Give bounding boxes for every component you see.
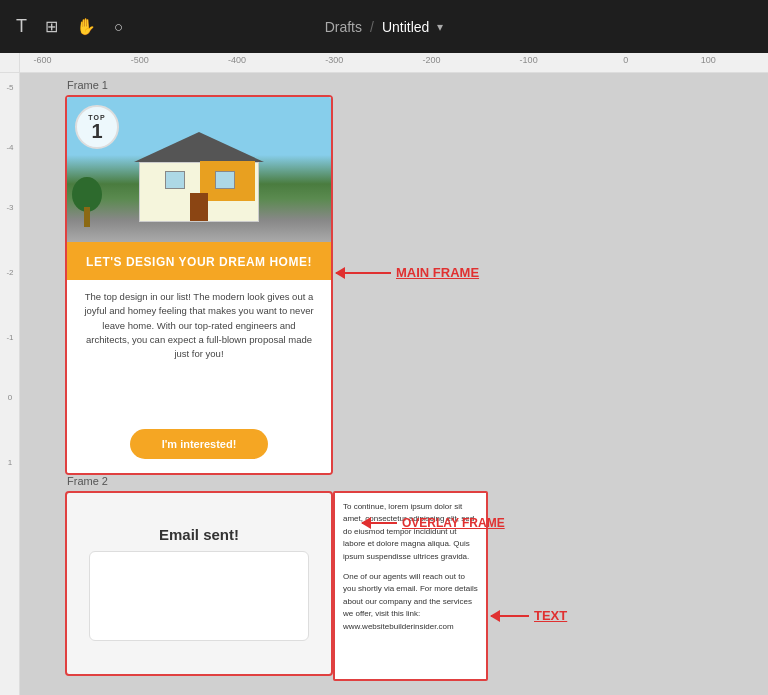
tree-left	[72, 177, 102, 227]
canvas-wrapper: -5 -4 -3 -2 -1 0 1 Frame 1	[0, 73, 768, 695]
overlay-frame-arrowhead	[361, 517, 371, 529]
horizontal-ruler: -600 -500 -400 -300 -200 -100 0 100	[0, 53, 768, 73]
top1-badge: TOP 1	[75, 105, 119, 149]
vruler-mark: -3	[1, 203, 19, 212]
ruler-mark: 100	[701, 55, 716, 65]
comment-tool-icon[interactable]: ○	[114, 18, 123, 35]
email-content-box	[89, 551, 309, 641]
frame2-label: Frame 2	[67, 475, 108, 487]
frame2: Frame 2 Email sent!	[65, 491, 333, 676]
main-frame-label: MAIN FRAME	[396, 265, 479, 280]
text-arrowhead	[490, 610, 500, 622]
frame2-inner: Email sent!	[67, 493, 331, 674]
interested-button[interactable]: I'm interested!	[130, 429, 269, 459]
ruler-corner	[0, 53, 20, 73]
vruler-mark: -1	[1, 333, 19, 342]
hand-tool-icon[interactable]: ✋	[76, 17, 96, 36]
house-window	[215, 171, 235, 189]
breadcrumb-separator: /	[370, 19, 374, 35]
yellow-banner-text: LET'S DESIGN YOUR DREAM HOME!	[86, 255, 312, 269]
yellow-banner: LET'S DESIGN YOUR DREAM HOME!	[67, 242, 331, 280]
ruler-horizontal: -600 -500 -400 -300 -200 -100 0 100	[20, 53, 768, 72]
house-main	[139, 162, 259, 222]
vruler-mark: 1	[1, 458, 19, 467]
vruler-mark: -5	[1, 83, 19, 92]
overlay-para2: One of our agents will reach out to you …	[343, 571, 478, 633]
canvas: Frame 1	[20, 73, 768, 695]
main-frame-arrow-line	[336, 272, 391, 274]
overlay-frame-label: OVERLAY FRAME	[402, 516, 505, 530]
text-arrow-line	[491, 615, 529, 617]
ruler-mark: 0	[623, 55, 628, 65]
ruler-mark: -600	[33, 55, 51, 65]
text-annotation-label: TEXT	[534, 608, 567, 623]
ruler-mark: -300	[325, 55, 343, 65]
badge-number: 1	[91, 121, 102, 141]
house-window2	[165, 171, 185, 189]
annotation-overlay-frame: OVERLAY FRAME	[362, 516, 505, 530]
ruler-mark: -500	[131, 55, 149, 65]
ruler-mark: -400	[228, 55, 246, 65]
main-frame-arrowhead	[335, 267, 345, 279]
overlay-frame-arrow-line	[362, 522, 397, 524]
frame1: Frame 1	[65, 95, 333, 475]
component-tool-icon[interactable]: ⊞	[45, 17, 58, 36]
title-chevron-icon[interactable]: ▾	[437, 20, 443, 34]
breadcrumb: Drafts / Untitled ▾	[325, 19, 444, 35]
text-tool-icon[interactable]: T	[16, 16, 27, 37]
house-roof	[134, 132, 264, 162]
vertical-ruler: -5 -4 -3 -2 -1 0 1	[0, 73, 20, 695]
drafts-label[interactable]: Drafts	[325, 19, 362, 35]
toolbar-icons: T ⊞ ✋ ○	[16, 16, 123, 37]
ruler-mark: -100	[520, 55, 538, 65]
frame1-inner: TOP 1 LET'S DESIGN YOUR DREAM HOME! The …	[67, 97, 331, 473]
page-title: Untitled	[382, 19, 429, 35]
overlay-para1: To continue, lorem ipsum dolor sit amet,…	[343, 501, 478, 563]
annotation-main-frame: MAIN FRAME	[336, 265, 479, 280]
vruler-mark: -2	[1, 268, 19, 277]
frame1-description: The top design in our list! The modern l…	[67, 280, 331, 421]
ruler-mark: -200	[422, 55, 440, 65]
tree-trunk	[84, 207, 90, 227]
house-image: TOP 1	[67, 97, 331, 242]
annotation-text: TEXT	[491, 608, 567, 623]
vruler-mark: -4	[1, 143, 19, 152]
frame1-button-area: I'm interested!	[67, 421, 331, 473]
house-door	[190, 193, 208, 221]
email-sent-text: Email sent!	[159, 526, 239, 543]
vruler-mark: 0	[1, 393, 19, 402]
frame1-label: Frame 1	[67, 79, 108, 91]
house-body	[119, 137, 279, 222]
topbar: T ⊞ ✋ ○ Drafts / Untitled ▾	[0, 0, 768, 53]
